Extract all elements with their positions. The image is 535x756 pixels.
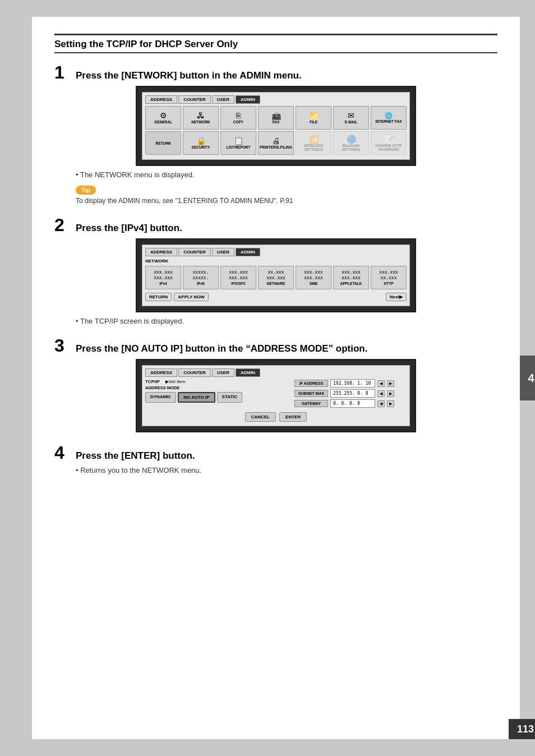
- list-report-label: LIST/REPORT: [227, 145, 251, 149]
- subnet-mask-label: SUBNET MAS: [294, 390, 328, 397]
- screen2-tab-admin[interactable]: ADMIN: [236, 248, 260, 256]
- copy-icon: ⎘: [236, 112, 241, 119]
- icon-file[interactable]: 📁 FILE: [296, 106, 331, 130]
- icon-change-http[interactable]: 📝 CHANGE HTTP PASSWORD: [371, 131, 407, 155]
- screen3-tab-admin[interactable]: ADMIN: [236, 368, 260, 377]
- appletalk-sym: xxx.xxxxxx.xxx: [342, 270, 361, 280]
- icon-network[interactable]: 🖧 NETWORK: [183, 106, 219, 130]
- screen2-apply-btn[interactable]: APPLY NOW: [174, 293, 209, 301]
- address-mode-label: ADDRESS MODE: [145, 385, 291, 390]
- mode-buttons: DYNAMIC NO AUTO IP STATIC: [145, 392, 291, 403]
- icon-http[interactable]: xxx.xxxxx.xxx HTTP: [371, 266, 407, 289]
- printer-label: PRINTER/E-FILING: [260, 145, 292, 149]
- step-3-header: 3 Press the [NO AUTO IP] button in the “…: [54, 336, 497, 354]
- screen1-wrapper: ADDRESS COUNTER USER ADMIN ⚙ GENERAL 🖧: [54, 86, 497, 166]
- step-1-header: 1 Press the [NETWORK] button in the ADMI…: [54, 63, 497, 81]
- mode-static-btn[interactable]: STATIC: [217, 392, 243, 403]
- icon-printer[interactable]: 🖨 PRINTER/E-FILING: [258, 131, 294, 155]
- copy-label: COPY: [233, 120, 243, 124]
- step-3-number: 3: [54, 336, 70, 354]
- tab-admin[interactable]: ADMIN: [236, 95, 260, 104]
- icon-appletalk[interactable]: xxx.xxxxxx.xxx APPLETALK: [333, 266, 369, 289]
- smb-label: SMB: [310, 282, 317, 285]
- tcpip-set-item: ▶Set Item: [165, 379, 186, 384]
- ipv6-sym: xxxxx.xxxxx.: [193, 270, 209, 280]
- step-2: 2 Press the [IPv4] button. ADDRESS COUNT…: [54, 216, 497, 325]
- screen2: ADDRESS COUNTER USER ADMIN NETWORK xxx.x…: [136, 238, 416, 312]
- gateway-label: GATEWAY: [294, 400, 328, 407]
- screen1-icon-row1: ⚙ GENERAL 🖧 NETWORK ⎘ COPY 📠: [145, 106, 407, 130]
- gateway-row: GATEWAY 0. 0. 0. 0 ◀ ▶: [294, 399, 407, 408]
- icon-netware[interactable]: xx.xxxxxx.xxx NETWARE: [258, 266, 294, 289]
- page: 4 113 Setting the TCP/IP for DHCP Server…: [32, 17, 520, 739]
- icon-ipv6[interactable]: xxxxx.xxxxx. IPv6: [183, 266, 219, 289]
- change-http-icon: 📝: [384, 135, 394, 143]
- cancel-button[interactable]: CANCEL: [245, 412, 276, 422]
- fax-icon: 📠: [271, 112, 281, 119]
- icon-ipv4[interactable]: xxx.xxxxxx.xxx IPv4: [145, 266, 181, 289]
- icon-bluetooth[interactable]: 🔵 Bluetooth SETTINGS: [333, 131, 369, 155]
- screen3-inner: ADDRESS COUNTER USER ADMIN TCP/IP ▶Set I…: [142, 365, 410, 426]
- icon-copy[interactable]: ⎘ COPY: [220, 106, 256, 130]
- mode-noauto-btn[interactable]: NO AUTO IP: [178, 392, 215, 403]
- file-label: FILE: [310, 120, 317, 124]
- screen3-tab-address[interactable]: ADDRESS: [145, 368, 177, 377]
- tcpip-header: TCP/IP ▶Set Item: [145, 379, 291, 384]
- icon-fax[interactable]: 📠 FAX: [258, 106, 294, 130]
- wireless-icon: 📶: [309, 135, 319, 143]
- netware-sym: xx.xxxxxx.xxx: [266, 270, 285, 280]
- ip-address-row: IF ADDRESS 192.168. 1. 10 ◀ ▶: [294, 379, 407, 388]
- general-label: GENERAL: [154, 120, 172, 124]
- screen1-inner: ADDRESS COUNTER USER ADMIN ⚙ GENERAL 🖧: [142, 92, 410, 160]
- screen1: ADDRESS COUNTER USER ADMIN ⚙ GENERAL 🖧: [136, 86, 416, 166]
- security-icon: 🔒: [196, 137, 206, 145]
- icon-internet-fax[interactable]: 🌐 INTERNET FAX: [371, 106, 407, 130]
- screen3-tab-user[interactable]: USER: [212, 368, 234, 377]
- step-4: 4 Press the [ENTER] button. Returns you …: [54, 444, 497, 474]
- icon-ipxspx[interactable]: xxx.xxxxxx.xxx IPX/SPX: [220, 266, 256, 289]
- icon-smb[interactable]: xxx.xxxxxx.xxx SMB: [296, 266, 331, 289]
- mode-dynamic-btn[interactable]: DYNAMIC: [145, 392, 176, 403]
- step-2-instruction: Press the [IPv4] button.: [76, 223, 182, 234]
- screen2-inner: ADDRESS COUNTER USER ADMIN NETWORK xxx.x…: [142, 245, 410, 306]
- enter-button[interactable]: ENTER: [279, 412, 307, 422]
- tab-address[interactable]: ADDRESS: [145, 95, 177, 104]
- screen2-bottom: RETURN APPLY NOW Next▶: [145, 291, 407, 303]
- step-3: 3 Press the [NO AUTO IP] button in the “…: [54, 336, 497, 432]
- icon-list-report[interactable]: 📋 LIST/REPORT: [220, 131, 256, 155]
- subnet-left-btn[interactable]: ◀: [377, 390, 385, 397]
- icon-email[interactable]: ✉ E-MAIL: [333, 106, 369, 130]
- tab-user[interactable]: USER: [212, 95, 234, 104]
- bluetooth-icon: 🔵: [347, 135, 356, 143]
- gateway-right-btn[interactable]: ▶: [387, 400, 394, 407]
- icon-security[interactable]: 🔒 SECURITY: [183, 131, 219, 155]
- top-rule: [54, 34, 497, 35]
- screen2-icon-row: xxx.xxxxxx.xxx IPv4 xxxxx.xxxxx. IPv6 xx…: [145, 266, 407, 289]
- ipxspx-sym: xxx.xxxxxx.xxx: [229, 270, 248, 280]
- general-icon: ⚙: [160, 112, 167, 119]
- screen3-tabs: ADDRESS COUNTER USER ADMIN: [145, 368, 407, 377]
- ipv4-sym: xxx.xxxxxx.xxx: [154, 270, 173, 280]
- gateway-left-btn[interactable]: ◀: [377, 400, 385, 407]
- icon-return[interactable]: RETURN: [145, 131, 181, 155]
- icon-general[interactable]: ⚙ GENERAL: [145, 106, 181, 130]
- ipxspx-label: IPX/SPX: [231, 282, 245, 285]
- ip-address-left-btn[interactable]: ◀: [377, 380, 385, 387]
- subnet-right-btn[interactable]: ▶: [387, 390, 394, 397]
- screen2-tab-address[interactable]: ADDRESS: [145, 248, 177, 256]
- screen3-tab-counter[interactable]: COUNTER: [178, 368, 211, 377]
- screen2-return-btn[interactable]: RETURN: [145, 293, 172, 301]
- ip-address-right-btn[interactable]: ▶: [387, 380, 394, 387]
- screen2-next-btn[interactable]: Next▶: [386, 293, 407, 301]
- screen3-footer: CANCEL ENTER: [145, 409, 407, 423]
- icon-wireless[interactable]: 📶 WIRELESS SETTINGS: [296, 131, 331, 155]
- tab-counter[interactable]: COUNTER: [178, 95, 211, 104]
- http-label: HTTP: [384, 282, 394, 285]
- screen2-tab-counter[interactable]: COUNTER: [178, 248, 211, 256]
- network-icon: 🖧: [197, 112, 205, 119]
- tip-text: To display the ADMIN menu, see "1.ENTERI…: [76, 197, 497, 205]
- screen2-tab-user[interactable]: USER: [212, 248, 234, 256]
- printer-icon: 🖨: [272, 137, 280, 145]
- screen3-right: IF ADDRESS 192.168. 1. 10 ◀ ▶ SUBNET MAS…: [294, 379, 407, 409]
- step-2-bullet: The TCP/IP screen is displayed.: [76, 317, 497, 325]
